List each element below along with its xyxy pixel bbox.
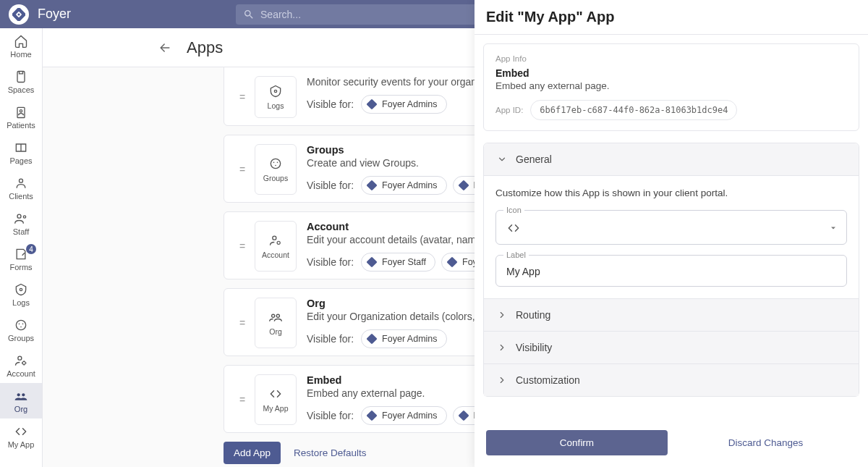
svg-point-24: [273, 236, 276, 240]
sidebar-item-patients[interactable]: Patients: [0, 99, 42, 135]
drag-handle-icon[interactable]: =: [230, 374, 255, 425]
brand-logo: [9, 4, 29, 25]
visibility-chip[interactable]: Foyer Admins: [361, 406, 446, 425]
sidebar-item-spaces[interactable]: Spaces: [0, 64, 42, 99]
routing-header[interactable]: Routing: [484, 299, 859, 331]
add-app-button[interactable]: Add App: [224, 442, 281, 464]
svg-rect-26: [367, 256, 378, 267]
clients-icon: [14, 176, 28, 190]
visible-for-label: Visible for:: [307, 98, 354, 110]
sidebar-item-account[interactable]: Account: [0, 348, 42, 383]
general-section: General Customize how this App is shown …: [483, 143, 859, 397]
sidebar: Home Spaces Patients Pages Clients Staff…: [0, 28, 43, 467]
sidebar-item-clients[interactable]: Clients: [0, 170, 42, 206]
sidebar-item-forms[interactable]: Forms 4: [0, 241, 42, 277]
org-icon: [14, 389, 28, 403]
groups-icon: [268, 156, 283, 171]
visibility-chip[interactable]: Foyer Admins: [361, 176, 446, 195]
svg-point-25: [277, 241, 280, 244]
svg-point-13: [22, 361, 25, 364]
svg-point-7: [20, 288, 22, 290]
label-field-label: Label: [503, 251, 529, 259]
drag-handle-icon[interactable]: =: [230, 144, 255, 195]
back-button[interactable]: [155, 38, 175, 58]
general-header[interactable]: General: [484, 143, 859, 176]
svg-point-20: [277, 162, 278, 164]
confirm-button[interactable]: Confirm: [486, 430, 668, 455]
visible-for-label: Visible for:: [307, 410, 354, 421]
visibility-chip[interactable]: Foyer Staff: [361, 253, 435, 272]
arrow-left-icon: [158, 41, 172, 55]
svg-point-8: [16, 320, 25, 329]
sidebar-item-staff[interactable]: Staff: [0, 206, 42, 241]
icon-field-label: Icon: [503, 206, 524, 214]
app-info-card: App Info Embed Embed any external page. …: [483, 43, 859, 131]
code-icon: [506, 221, 521, 235]
appid-value[interactable]: 6b6f17eb-c687-44f0-862a-81063b1dc9e4: [530, 100, 737, 120]
svg-point-11: [20, 326, 22, 327]
label-input[interactable]: [506, 266, 838, 277]
drawer-header: Edit "My App" App: [475, 0, 868, 35]
svg-point-10: [22, 323, 24, 324]
drag-handle-icon[interactable]: =: [230, 76, 255, 118]
diamond-icon: [366, 180, 378, 191]
visibility-header[interactable]: Visibility: [484, 331, 859, 363]
svg-rect-27: [446, 256, 457, 267]
svg-point-28: [272, 314, 275, 317]
diamond-icon: [366, 256, 378, 268]
diamond-icon: [458, 410, 469, 421]
discard-changes-button[interactable]: Discard Changes: [675, 430, 856, 455]
spaces-icon: [14, 70, 28, 84]
icon-field[interactable]: Icon: [495, 210, 847, 245]
visible-for-label: Visible for:: [307, 333, 354, 345]
svg-rect-23: [458, 180, 469, 190]
dropdown-caret-icon: [829, 224, 838, 232]
home-icon: [14, 34, 28, 49]
svg-point-14: [17, 393, 20, 396]
label-field[interactable]: Label: [495, 255, 847, 287]
svg-point-19: [273, 162, 275, 164]
sidebar-item-logs[interactable]: Logs: [0, 277, 42, 312]
search-icon: [243, 9, 255, 20]
svg-rect-17: [367, 98, 378, 109]
restore-defaults-button[interactable]: Restore Defaults: [294, 447, 367, 458]
sidebar-item-org[interactable]: Org: [0, 383, 42, 418]
code-icon: [14, 424, 28, 439]
drag-handle-icon[interactable]: =: [230, 221, 255, 272]
svg-point-5: [17, 214, 21, 218]
general-description: Customize how this App is shown in your …: [495, 188, 847, 198]
svg-point-2: [18, 13, 20, 15]
app-icon-box: Org: [255, 298, 297, 348]
edit-app-drawer: Edit "My App" App App Info Embed Embed a…: [475, 0, 868, 467]
svg-rect-32: [458, 410, 469, 421]
sidebar-item-myapp[interactable]: My App: [0, 418, 42, 454]
svg-point-18: [271, 159, 280, 168]
diamond-icon: [366, 98, 378, 110]
app-icon-box: Account: [255, 221, 297, 272]
sidebar-item-groups[interactable]: Groups: [0, 312, 42, 348]
visible-for-label: Visible for:: [307, 180, 354, 191]
staff-icon: [14, 211, 28, 226]
patients-icon: [14, 105, 28, 119]
diamond-icon: [366, 333, 378, 345]
customization-header[interactable]: Customization: [484, 363, 859, 396]
account-icon: [14, 353, 28, 368]
diamond-icon: [446, 256, 458, 268]
logs-icon: [14, 282, 28, 297]
account-icon: [268, 233, 283, 248]
brand-name: Foyer: [38, 7, 71, 22]
code-icon: [268, 387, 283, 401]
svg-rect-30: [367, 333, 378, 344]
drag-handle-icon[interactable]: =: [230, 298, 255, 348]
chevron-right-icon: [495, 342, 509, 353]
app-icon-box: Groups: [255, 144, 297, 195]
sidebar-item-pages[interactable]: Pages: [0, 135, 42, 170]
diamond-icon: [366, 410, 378, 421]
sidebar-item-home[interactable]: Home: [0, 28, 42, 64]
visibility-chip[interactable]: Foyer Admins: [361, 95, 446, 114]
svg-point-12: [18, 356, 22, 360]
page-title: Apps: [187, 38, 223, 57]
svg-point-6: [23, 215, 25, 217]
svg-point-15: [22, 393, 25, 396]
visibility-chip[interactable]: Foyer Admins: [361, 329, 446, 348]
